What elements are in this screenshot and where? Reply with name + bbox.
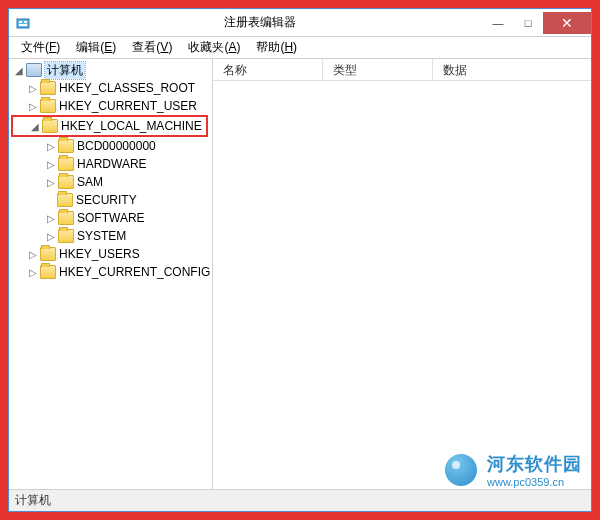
list-pane: 名称 类型 数据 [213, 59, 591, 489]
list-body[interactable] [213, 81, 591, 489]
chevron-right-icon[interactable]: ▷ [45, 212, 57, 224]
chevron-right-icon[interactable]: ▷ [27, 82, 39, 94]
folder-icon [57, 193, 73, 207]
chevron-right-icon[interactable]: ▷ [27, 266, 39, 278]
column-type[interactable]: 类型 [323, 59, 433, 80]
tree-label: HARDWARE [77, 157, 147, 171]
tree-label: SAM [77, 175, 103, 189]
folder-icon [40, 247, 56, 261]
tree-node-hkcu[interactable]: ▷ HKEY_CURRENT_USER [9, 97, 212, 115]
tree-label: BCD00000000 [77, 139, 156, 153]
tree-label: HKEY_USERS [59, 247, 140, 261]
menu-favorites[interactable]: 收藏夹(A) [180, 37, 248, 58]
tree-label: HKEY_CURRENT_CONFIG [59, 265, 210, 279]
tree-label: SECURITY [76, 193, 137, 207]
menu-view[interactable]: 查看(V) [124, 37, 180, 58]
tree-label: HKEY_CURRENT_USER [59, 99, 197, 113]
window-title: 注册表编辑器 [37, 14, 483, 31]
registry-editor-window: 注册表编辑器 — □ ✕ 文件(F) 编辑(E) 查看(V) 收藏夹(A) 帮助… [8, 8, 592, 512]
tree-node-hku[interactable]: ▷ HKEY_USERS [9, 245, 212, 263]
folder-icon [58, 211, 74, 225]
folder-icon [40, 265, 56, 279]
svg-rect-1 [19, 21, 22, 23]
svg-rect-0 [17, 19, 29, 28]
folder-icon [58, 175, 74, 189]
tree-pane[interactable]: ◢ 计算机 ▷ HKEY_CLASSES_ROOT ▷ HKEY_CURRENT… [9, 59, 213, 489]
highlight-annotation: ◢ HKEY_LOCAL_MACHINE [11, 115, 208, 137]
folder-icon [58, 229, 74, 243]
column-name[interactable]: 名称 [213, 59, 323, 80]
list-header: 名称 类型 数据 [213, 59, 591, 81]
svg-rect-3 [19, 24, 27, 26]
chevron-right-icon[interactable]: ▷ [45, 176, 57, 188]
tree-node-hkcc[interactable]: ▷ HKEY_CURRENT_CONFIG [9, 263, 212, 281]
maximize-button[interactable]: □ [513, 12, 543, 34]
close-button[interactable]: ✕ [543, 12, 591, 34]
menu-help[interactable]: 帮助(H) [248, 37, 305, 58]
tree-node-sam[interactable]: ▷ SAM [9, 173, 212, 191]
folder-icon [58, 139, 74, 153]
titlebar[interactable]: 注册表编辑器 — □ ✕ [9, 9, 591, 37]
tree-root-computer[interactable]: ◢ 计算机 [9, 61, 212, 79]
chevron-right-icon[interactable]: ▷ [45, 158, 57, 170]
tree-label: SOFTWARE [77, 211, 145, 225]
folder-icon [40, 81, 56, 95]
chevron-right-icon[interactable]: ▷ [45, 230, 57, 242]
computer-icon [26, 63, 42, 77]
tree-node-hkcr[interactable]: ▷ HKEY_CLASSES_ROOT [9, 79, 212, 97]
tree-label: 计算机 [45, 62, 85, 79]
tree-label: SYSTEM [77, 229, 126, 243]
column-data[interactable]: 数据 [433, 59, 591, 80]
folder-icon [40, 99, 56, 113]
menubar: 文件(F) 编辑(E) 查看(V) 收藏夹(A) 帮助(H) [9, 37, 591, 59]
tree-label: HKEY_CLASSES_ROOT [59, 81, 195, 95]
statusbar: 计算机 [9, 489, 591, 511]
chevron-down-icon[interactable]: ◢ [29, 120, 41, 132]
tree-node-hklm[interactable]: ◢ HKEY_LOCAL_MACHINE [13, 117, 206, 135]
tree-label: HKEY_LOCAL_MACHINE [61, 119, 202, 133]
content-area: ◢ 计算机 ▷ HKEY_CLASSES_ROOT ▷ HKEY_CURRENT… [9, 59, 591, 489]
chevron-right-icon[interactable]: ▷ [27, 100, 39, 112]
menu-file[interactable]: 文件(F) [13, 37, 68, 58]
tree-node-bcd[interactable]: ▷ BCD00000000 [9, 137, 212, 155]
folder-icon [42, 119, 58, 133]
tree-node-system[interactable]: ▷ SYSTEM [9, 227, 212, 245]
chevron-down-icon[interactable]: ◢ [13, 64, 25, 76]
svg-rect-2 [24, 21, 27, 23]
menu-edit[interactable]: 编辑(E) [68, 37, 124, 58]
chevron-right-icon[interactable]: ▷ [45, 140, 57, 152]
chevron-right-icon[interactable]: ▷ [27, 248, 39, 260]
folder-icon [58, 157, 74, 171]
tree-node-security[interactable]: SECURITY [9, 191, 212, 209]
window-controls: — □ ✕ [483, 12, 591, 34]
status-text: 计算机 [15, 493, 51, 507]
tree-node-hardware[interactable]: ▷ HARDWARE [9, 155, 212, 173]
minimize-button[interactable]: — [483, 12, 513, 34]
tree-node-software[interactable]: ▷ SOFTWARE [9, 209, 212, 227]
regedit-icon [15, 15, 31, 31]
